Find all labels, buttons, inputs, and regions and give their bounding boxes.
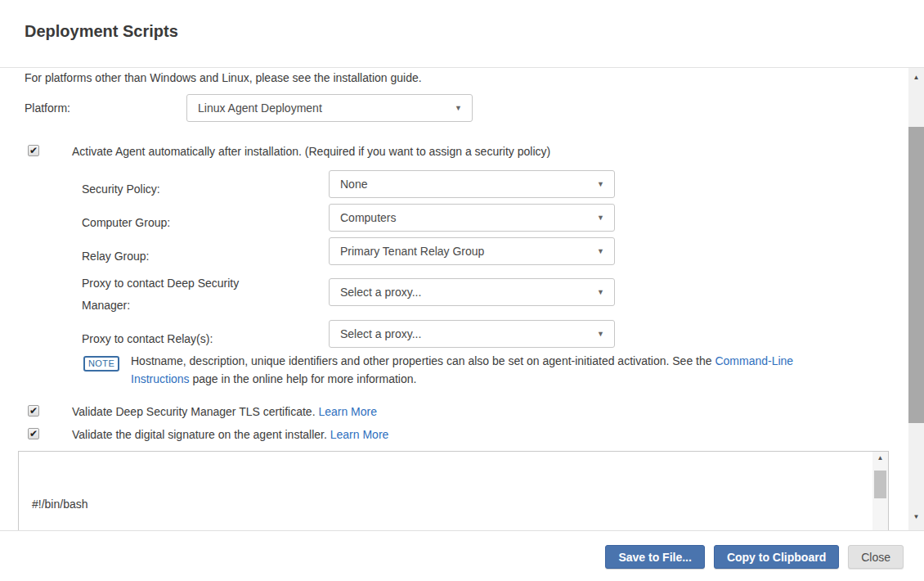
code-scrollbar-thumb[interactable]: [874, 471, 886, 498]
note-badge: NOTE: [83, 356, 119, 372]
dialog-scrollbar-thumb[interactable]: [908, 127, 924, 423]
page-title: Deployment Scripts: [25, 22, 178, 41]
footer-button-bar: Save to File... Copy to Clipboard Close: [0, 531, 924, 581]
proxy-relay-dropdown[interactable]: Select a proxy... ▼: [329, 320, 615, 348]
scroll-up-icon[interactable]: ▲: [908, 74, 924, 81]
chevron-down-icon: ▼: [597, 214, 604, 222]
proxy-dsm-dropdown[interactable]: Select a proxy... ▼: [329, 278, 615, 306]
activate-agent-label: Activate Agent automatically after insta…: [72, 145, 550, 158]
code-scrollbar[interactable]: ▲: [872, 452, 888, 530]
proxy-relay-dropdown-value: Select a proxy...: [340, 327, 421, 340]
checkmark-icon: ✔: [29, 145, 38, 156]
security-policy-dropdown-value: None: [340, 178, 367, 191]
computer-group-dropdown[interactable]: Computers ▼: [329, 204, 615, 232]
relay-group-dropdown-value: Primary Tenant Relay Group: [340, 245, 484, 258]
chevron-down-icon: ▼: [455, 104, 462, 112]
close-button[interactable]: Close: [848, 545, 904, 569]
proxy-relay-label: Proxy to contact Relay(s):: [82, 328, 274, 350]
activate-agent-checkbox[interactable]: ✔: [28, 145, 39, 156]
platform-label: Platform:: [25, 101, 70, 115]
proxy-dsm-label: Proxy to contact Deep Security Manager:: [82, 272, 274, 317]
deployment-script-textarea[interactable]: #!/bin/bash ACTIVATIONURL='dsm://agents.…: [18, 451, 889, 530]
copy-to-clipboard-button[interactable]: Copy to Clipboard: [714, 545, 839, 569]
deployment-script-code: #!/bin/bash ACTIVATIONURL='dsm://agents.…: [32, 462, 373, 530]
platform-dropdown[interactable]: Linux Agent Deployment ▼: [186, 94, 473, 122]
checkmark-icon: ✔: [29, 428, 38, 439]
note-text-before: Hostname, description, unique identifier…: [131, 354, 715, 367]
computer-group-dropdown-value: Computers: [340, 211, 396, 224]
learn-more-signature-link[interactable]: Learn More: [330, 428, 389, 441]
learn-more-tls-link[interactable]: Learn More: [318, 405, 377, 418]
note-text: Hostname, description, unique identifier…: [131, 352, 814, 388]
intro-text: For platforms other than Windows and Lin…: [25, 71, 422, 84]
security-policy-dropdown[interactable]: None ▼: [329, 170, 615, 198]
relay-group-dropdown[interactable]: Primary Tenant Relay Group ▼: [329, 237, 615, 265]
proxy-dsm-dropdown-value: Select a proxy...: [340, 286, 421, 299]
computer-group-label: Computer Group:: [82, 212, 274, 234]
chevron-down-icon: ▼: [597, 330, 604, 338]
dialog-scrollbar[interactable]: ▲ ▼: [908, 68, 924, 530]
checkmark-icon: ✔: [29, 405, 38, 417]
validate-tls-label: Validate Deep Security Manager TLS certi…: [72, 405, 377, 418]
chevron-down-icon: ▼: [597, 288, 604, 296]
save-to-file-button[interactable]: Save to File...: [605, 545, 704, 569]
scroll-down-icon[interactable]: ▼: [908, 513, 924, 520]
scroll-up-icon[interactable]: ▲: [872, 454, 888, 462]
script-line: #!/bin/bash: [32, 496, 373, 513]
chevron-down-icon: ▼: [597, 180, 604, 188]
deployment-scripts-dialog: Deployment Scripts For platforms other t…: [0, 0, 924, 581]
chevron-down-icon: ▼: [597, 247, 604, 255]
validate-signature-checkbox[interactable]: ✔: [28, 428, 39, 439]
validate-tls-checkbox[interactable]: ✔: [28, 405, 39, 417]
dialog-scroll-area: For platforms other than Windows and Lin…: [0, 68, 908, 530]
validate-signature-label: Validate the digital signature on the ag…: [72, 428, 388, 441]
security-policy-label: Security Policy:: [82, 178, 274, 200]
platform-dropdown-value: Linux Agent Deployment: [198, 101, 322, 115]
note-text-after: page in the online help for more informa…: [190, 372, 417, 385]
relay-group-label: Relay Group:: [82, 245, 274, 268]
